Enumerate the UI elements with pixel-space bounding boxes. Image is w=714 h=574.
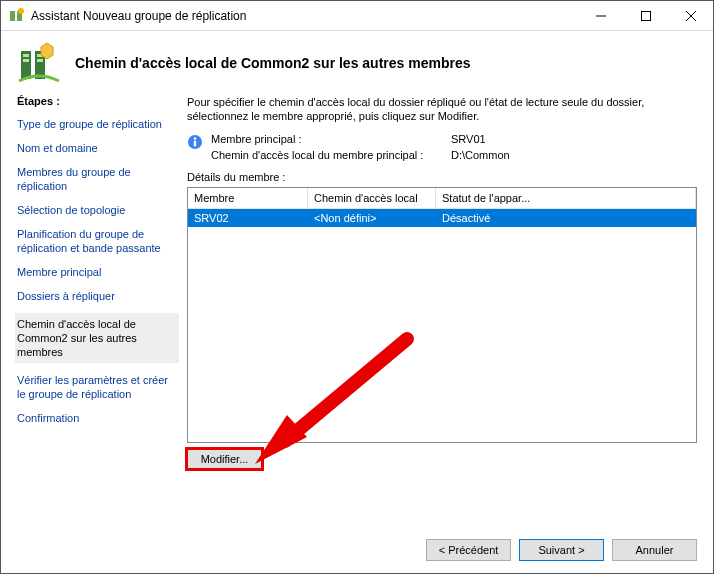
step-item: Chemin d'accès local de Common2 sur les … (15, 313, 179, 363)
member-details-grid[interactable]: Membre Chemin d'accès local Statut de l'… (187, 187, 697, 443)
modify-button[interactable]: Modifier... (187, 449, 262, 469)
wizard-footer: < Précédent Suivant > Annuler (1, 527, 713, 573)
main-panel: Pour spécifier le chemin d'accès local d… (187, 95, 697, 527)
primary-member-label: Membre principal : (211, 133, 451, 145)
titlebar: Assistant Nouveau groupe de réplication (1, 1, 713, 31)
grid-row[interactable]: SRV02<Non défini>Désactivé (188, 209, 696, 227)
svg-rect-0 (10, 11, 15, 21)
info-block: Membre principal : SRV01 Chemin d'accès … (187, 133, 697, 161)
grid-header: Membre Chemin d'accès local Statut de l'… (188, 188, 696, 209)
step-item[interactable]: Confirmation (17, 411, 179, 425)
step-item[interactable]: Planification du groupe de réplication e… (17, 227, 179, 255)
svg-rect-9 (23, 59, 29, 62)
svg-rect-4 (641, 11, 650, 20)
svg-rect-12 (37, 59, 43, 62)
col-header-member[interactable]: Membre (188, 188, 308, 208)
wizard-header: Chemin d'accès local de Common2 sur les … (1, 31, 713, 89)
step-item[interactable]: Sélection de topologie (17, 203, 179, 217)
intro-text: Pour spécifier le chemin d'accès local d… (187, 95, 697, 123)
next-button[interactable]: Suivant > (519, 539, 604, 561)
step-item[interactable]: Type de groupe de réplication (17, 117, 179, 131)
cancel-button[interactable]: Annuler (612, 539, 697, 561)
svg-marker-13 (41, 43, 53, 59)
primary-path-label: Chemin d'accès local du membre principal… (211, 149, 451, 161)
svg-rect-8 (23, 54, 29, 57)
step-item[interactable]: Membre principal (17, 265, 179, 279)
step-item[interactable]: Dossiers à répliquer (17, 289, 179, 303)
primary-path-value: D:\Common (451, 149, 510, 161)
step-item[interactable]: Membres du groupe de réplication (17, 165, 179, 193)
previous-button[interactable]: < Précédent (426, 539, 511, 561)
wizard-heading: Chemin d'accès local de Common2 sur les … (75, 55, 470, 71)
steps-sidebar: Étapes : Type de groupe de réplicationNo… (17, 95, 187, 527)
step-item[interactable]: Vérifier les paramètres et créer le grou… (17, 373, 179, 401)
maximize-button[interactable] (623, 1, 668, 30)
svg-point-2 (18, 8, 24, 14)
step-item[interactable]: Nom et domaine (17, 141, 179, 155)
wizard-icon (17, 41, 61, 85)
wizard-window: Assistant Nouveau groupe de réplication … (0, 0, 714, 574)
svg-point-15 (194, 137, 197, 140)
info-icon (187, 134, 203, 150)
col-header-path[interactable]: Chemin d'accès local (308, 188, 436, 208)
cell-status: Désactivé (436, 209, 696, 227)
app-icon (9, 8, 25, 24)
col-header-status[interactable]: Statut de l'appar... (436, 188, 696, 208)
details-label: Détails du membre : (187, 171, 697, 183)
window-title: Assistant Nouveau groupe de réplication (31, 9, 578, 23)
steps-label: Étapes : (17, 95, 179, 107)
cell-path: <Non défini> (308, 209, 436, 227)
minimize-button[interactable] (578, 1, 623, 30)
svg-rect-16 (194, 141, 196, 147)
cell-member: SRV02 (188, 209, 308, 227)
primary-member-value: SRV01 (451, 133, 510, 145)
close-button[interactable] (668, 1, 713, 30)
